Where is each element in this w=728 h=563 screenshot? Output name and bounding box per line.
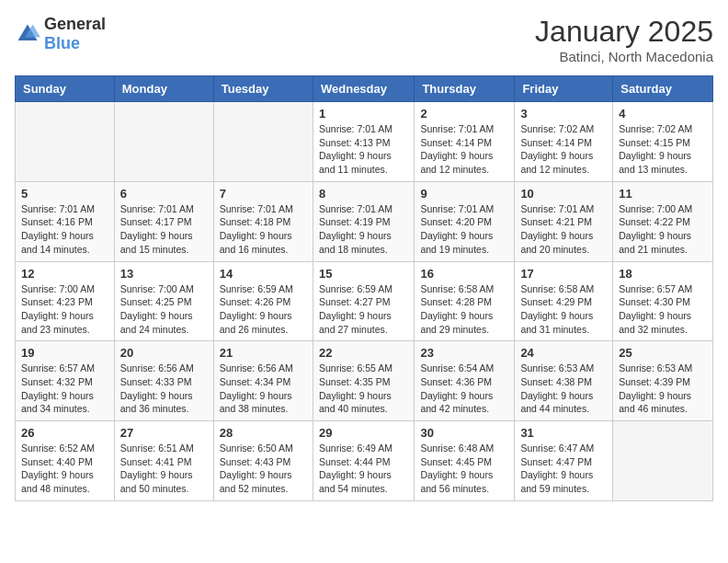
day-of-week-header: Wednesday — [313, 76, 414, 102]
day-info: Sunrise: 6:59 AM Sunset: 4:26 PM Dayligh… — [220, 282, 307, 337]
day-number: 5 — [21, 187, 108, 201]
day-info: Sunrise: 6:58 AM Sunset: 4:28 PM Dayligh… — [420, 282, 508, 337]
calendar-cell: 5Sunrise: 7:01 AM Sunset: 4:16 PM Daylig… — [16, 181, 115, 261]
day-number: 3 — [520, 107, 607, 121]
day-info: Sunrise: 6:47 AM Sunset: 4:47 PM Dayligh… — [520, 442, 607, 496]
day-info: Sunrise: 6:53 AM Sunset: 4:38 PM Dayligh… — [520, 362, 607, 416]
day-info: Sunrise: 6:51 AM Sunset: 4:41 PM Dayligh… — [120, 442, 208, 496]
logo-icon — [15, 21, 40, 47]
day-info: Sunrise: 6:53 AM Sunset: 4:39 PM Dayligh… — [619, 362, 707, 416]
page-header: General Blue January 2025 Batinci, North… — [15, 15, 713, 64]
calendar-cell: 16Sunrise: 6:58 AM Sunset: 4:28 PM Dayli… — [415, 261, 515, 341]
calendar-cell: 31Sunrise: 6:47 AM Sunset: 4:47 PM Dayli… — [515, 421, 613, 501]
day-info: Sunrise: 7:01 AM Sunset: 4:20 PM Dayligh… — [420, 202, 508, 257]
day-number: 15 — [319, 267, 408, 281]
calendar-header-row: SundayMondayTuesdayWednesdayThursdayFrid… — [16, 76, 713, 102]
day-info: Sunrise: 6:57 AM Sunset: 4:32 PM Dayligh… — [21, 362, 108, 416]
day-info: Sunrise: 7:01 AM Sunset: 4:17 PM Dayligh… — [120, 202, 208, 257]
calendar-cell: 10Sunrise: 7:01 AM Sunset: 4:21 PM Dayli… — [515, 181, 613, 261]
calendar-cell: 15Sunrise: 6:59 AM Sunset: 4:27 PM Dayli… — [313, 261, 414, 341]
day-of-week-header: Saturday — [613, 76, 713, 102]
calendar-cell: 8Sunrise: 7:01 AM Sunset: 4:19 PM Daylig… — [313, 181, 414, 261]
day-info: Sunrise: 7:01 AM Sunset: 4:19 PM Dayligh… — [319, 202, 408, 257]
day-info: Sunrise: 6:52 AM Sunset: 4:40 PM Dayligh… — [21, 442, 108, 496]
day-info: Sunrise: 6:55 AM Sunset: 4:35 PM Dayligh… — [319, 362, 408, 416]
calendar-cell: 21Sunrise: 6:56 AM Sunset: 4:34 PM Dayli… — [213, 341, 313, 421]
calendar-cell: 25Sunrise: 6:53 AM Sunset: 4:39 PM Dayli… — [613, 341, 713, 421]
calendar-cell — [213, 102, 313, 182]
calendar-cell: 17Sunrise: 6:58 AM Sunset: 4:29 PM Dayli… — [515, 261, 613, 341]
day-info: Sunrise: 7:01 AM Sunset: 4:21 PM Dayligh… — [520, 202, 607, 257]
logo-text: General Blue — [44, 15, 106, 53]
day-info: Sunrise: 7:01 AM Sunset: 4:18 PM Dayligh… — [220, 202, 307, 257]
day-number: 18 — [619, 267, 707, 281]
day-number: 6 — [120, 187, 208, 201]
calendar-cell: 29Sunrise: 6:49 AM Sunset: 4:44 PM Dayli… — [313, 421, 414, 501]
calendar-cell — [613, 421, 713, 501]
day-number: 16 — [420, 267, 508, 281]
day-info: Sunrise: 6:56 AM Sunset: 4:34 PM Dayligh… — [220, 362, 307, 416]
day-of-week-header: Sunday — [16, 76, 115, 102]
day-number: 21 — [220, 346, 307, 360]
title-block: January 2025 Batinci, North Macedonia — [535, 15, 713, 64]
day-info: Sunrise: 6:48 AM Sunset: 4:45 PM Dayligh… — [420, 442, 508, 496]
day-of-week-header: Tuesday — [213, 76, 313, 102]
calendar-cell — [16, 102, 115, 182]
day-info: Sunrise: 7:01 AM Sunset: 4:13 PM Dayligh… — [319, 122, 408, 177]
day-number: 11 — [619, 187, 707, 201]
calendar-cell: 6Sunrise: 7:01 AM Sunset: 4:17 PM Daylig… — [114, 181, 213, 261]
calendar-cell: 26Sunrise: 6:52 AM Sunset: 4:40 PM Dayli… — [16, 421, 115, 501]
calendar-cell: 11Sunrise: 7:00 AM Sunset: 4:22 PM Dayli… — [613, 181, 713, 261]
day-number: 17 — [520, 267, 607, 281]
day-info: Sunrise: 6:50 AM Sunset: 4:43 PM Dayligh… — [220, 442, 307, 496]
calendar-cell: 20Sunrise: 6:56 AM Sunset: 4:33 PM Dayli… — [114, 341, 213, 421]
day-number: 22 — [319, 346, 408, 360]
calendar-week-row: 26Sunrise: 6:52 AM Sunset: 4:40 PM Dayli… — [16, 421, 713, 501]
calendar-table: SundayMondayTuesdayWednesdayThursdayFrid… — [15, 75, 713, 501]
day-info: Sunrise: 7:01 AM Sunset: 4:16 PM Dayligh… — [21, 202, 108, 257]
day-number: 13 — [120, 267, 208, 281]
calendar-cell: 7Sunrise: 7:01 AM Sunset: 4:18 PM Daylig… — [213, 181, 313, 261]
calendar-cell: 27Sunrise: 6:51 AM Sunset: 4:41 PM Dayli… — [114, 421, 213, 501]
calendar-cell: 30Sunrise: 6:48 AM Sunset: 4:45 PM Dayli… — [415, 421, 515, 501]
calendar-cell: 18Sunrise: 6:57 AM Sunset: 4:30 PM Dayli… — [613, 261, 713, 341]
month-title: January 2025 — [535, 15, 713, 49]
calendar-cell: 19Sunrise: 6:57 AM Sunset: 4:32 PM Dayli… — [16, 341, 115, 421]
day-number: 8 — [319, 187, 408, 201]
day-of-week-header: Monday — [114, 76, 213, 102]
day-info: Sunrise: 6:56 AM Sunset: 4:33 PM Dayligh… — [120, 362, 208, 416]
calendar-week-row: 19Sunrise: 6:57 AM Sunset: 4:32 PM Dayli… — [16, 341, 713, 421]
day-number: 20 — [120, 346, 208, 360]
day-number: 19 — [21, 346, 108, 360]
day-number: 28 — [220, 426, 307, 440]
day-of-week-header: Friday — [515, 76, 613, 102]
calendar-cell — [114, 102, 213, 182]
day-info: Sunrise: 6:59 AM Sunset: 4:27 PM Dayligh… — [319, 282, 408, 337]
calendar-cell: 3Sunrise: 7:02 AM Sunset: 4:14 PM Daylig… — [515, 102, 613, 182]
day-info: Sunrise: 6:54 AM Sunset: 4:36 PM Dayligh… — [420, 362, 508, 416]
day-number: 30 — [420, 426, 508, 440]
day-number: 26 — [21, 426, 108, 440]
calendar-cell: 14Sunrise: 6:59 AM Sunset: 4:26 PM Dayli… — [213, 261, 313, 341]
day-info: Sunrise: 6:58 AM Sunset: 4:29 PM Dayligh… — [520, 282, 607, 337]
day-number: 27 — [120, 426, 208, 440]
calendar-week-row: 1Sunrise: 7:01 AM Sunset: 4:13 PM Daylig… — [16, 102, 713, 182]
calendar-cell: 23Sunrise: 6:54 AM Sunset: 4:36 PM Dayli… — [415, 341, 515, 421]
calendar-cell: 28Sunrise: 6:50 AM Sunset: 4:43 PM Dayli… — [213, 421, 313, 501]
day-number: 31 — [520, 426, 607, 440]
day-number: 14 — [220, 267, 307, 281]
day-number: 1 — [319, 107, 408, 121]
calendar-week-row: 12Sunrise: 7:00 AM Sunset: 4:23 PM Dayli… — [16, 261, 713, 341]
calendar-cell: 24Sunrise: 6:53 AM Sunset: 4:38 PM Dayli… — [515, 341, 613, 421]
logo: General Blue — [15, 15, 106, 53]
day-info: Sunrise: 7:00 AM Sunset: 4:23 PM Dayligh… — [21, 282, 108, 337]
day-number: 10 — [520, 187, 607, 201]
day-number: 29 — [319, 426, 408, 440]
day-info: Sunrise: 7:02 AM Sunset: 4:15 PM Dayligh… — [619, 122, 707, 177]
day-number: 23 — [420, 346, 508, 360]
day-number: 4 — [619, 107, 707, 121]
logo-general: General — [44, 15, 106, 33]
location: Batinci, North Macedonia — [535, 49, 713, 64]
day-number: 12 — [21, 267, 108, 281]
calendar-cell: 4Sunrise: 7:02 AM Sunset: 4:15 PM Daylig… — [613, 102, 713, 182]
